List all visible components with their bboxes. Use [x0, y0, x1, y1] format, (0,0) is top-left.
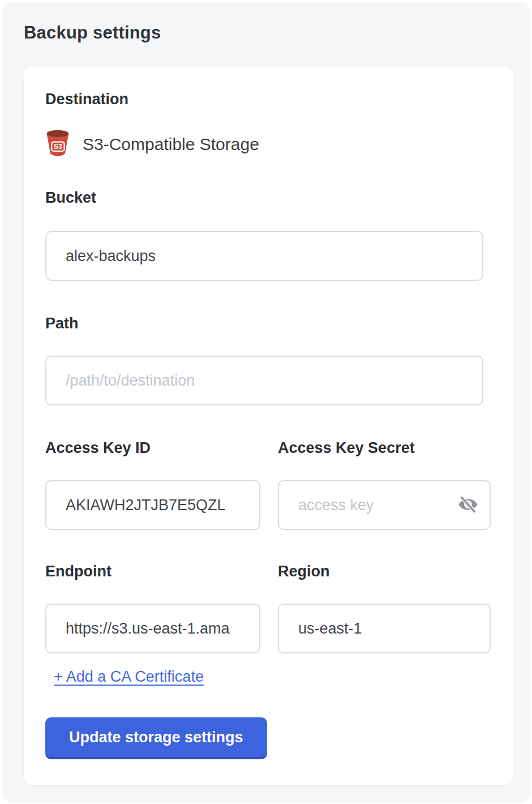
endpoint-region-inputs-row: [45, 604, 491, 653]
region-input[interactable]: [278, 604, 491, 653]
path-label: Path: [45, 315, 491, 332]
access-key-labels-row: Access Key ID Access Key Secret: [45, 439, 491, 456]
access-key-inputs-row: [45, 480, 491, 530]
bucket-input[interactable]: [45, 231, 483, 281]
access-key-secret-label: Access Key Secret: [278, 439, 491, 456]
access-key-id-input[interactable]: [45, 480, 260, 530]
destination-label: Destination: [45, 91, 491, 108]
destination-value: S3-Compatible Storage: [83, 135, 259, 154]
region-label: Region: [278, 563, 491, 580]
add-ca-certificate-link[interactable]: + Add a CA Certificate: [54, 668, 204, 686]
backup-settings-page: Backup settings Destination S3 S3-Compat…: [2, 2, 530, 802]
update-storage-settings-button[interactable]: Update storage settings: [45, 717, 267, 759]
storage-settings-card: Destination S3 S3-Compatible Storage Buc…: [24, 66, 513, 785]
path-input[interactable]: [45, 356, 483, 405]
bucket-label: Bucket: [45, 189, 491, 206]
endpoint-input[interactable]: [45, 604, 260, 653]
destination-row: S3 S3-Compatible Storage: [45, 130, 491, 159]
eye-off-icon: [458, 494, 478, 516]
screen: Backup settings Destination S3 S3-Compat…: [0, 0, 532, 804]
access-key-id-label: Access Key ID: [45, 439, 260, 456]
svg-text:S3: S3: [54, 143, 62, 151]
s3-bucket-icon: S3: [45, 130, 70, 159]
page-title: Backup settings: [24, 23, 161, 43]
endpoint-region-labels-row: Endpoint Region: [45, 563, 491, 580]
endpoint-label: Endpoint: [45, 563, 260, 580]
toggle-secret-visibility-button[interactable]: [457, 494, 479, 516]
